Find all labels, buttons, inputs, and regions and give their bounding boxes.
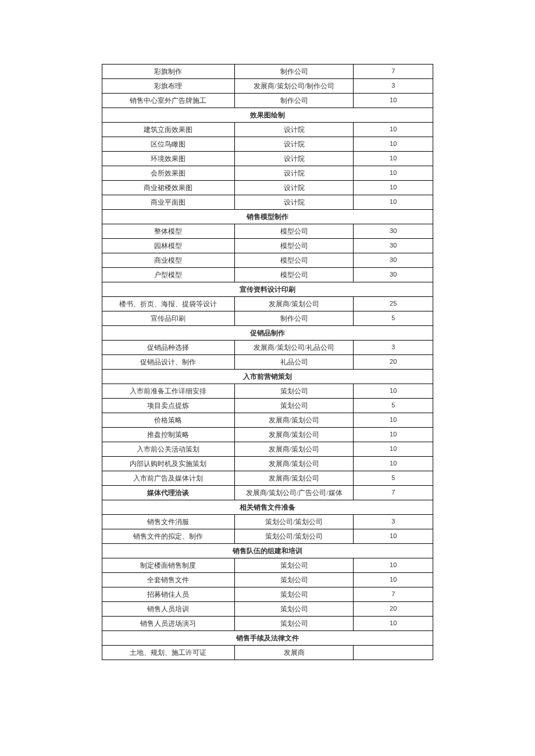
table-row: 销售文件消服策划公司/策划公司3	[102, 515, 433, 529]
task-name-cell: 销售中心室外广告牌施工	[102, 94, 235, 108]
task-name-cell: 商业裙楼效果图	[102, 181, 235, 195]
duration-cell: 10	[354, 123, 433, 137]
task-name-cell: 制定楼面销售制度	[102, 558, 235, 573]
duration-cell: 30	[354, 239, 433, 253]
duration-cell: 10	[354, 152, 433, 166]
table-row: 环境效果图设计院10	[102, 152, 433, 166]
table-row: 销售手续及法律文件	[102, 631, 433, 646]
table-row: 促销品种选择发展商/策划公司/礼品公司3	[102, 341, 433, 355]
duration-cell: 10	[354, 428, 433, 442]
document-page: 彩旗制作制作公司7彩旗布理发展商/策划公司/制作公司3销售中心室外广告牌施工制作…	[0, 0, 535, 730]
duration-cell: 5	[354, 399, 433, 413]
responsible-party-cell: 发展商/策划公司/制作公司	[234, 79, 354, 94]
table-row: 户型模型模型公司30	[102, 268, 433, 282]
task-name-cell: 促销品种选择	[102, 341, 235, 355]
duration-cell: 10	[354, 195, 433, 210]
table-row: 销售中心室外广告牌施工制作公司10	[102, 94, 433, 108]
table-row: 彩旗布理发展商/策划公司/制作公司3	[102, 79, 433, 94]
task-name-cell: 内部认购时机及实施策划	[102, 457, 235, 471]
duration-cell: 10	[354, 558, 433, 573]
section-header-cell: 销售模型制作	[102, 210, 433, 224]
schedule-table: 彩旗制作制作公司7彩旗布理发展商/策划公司/制作公司3销售中心室外广告牌施工制作…	[102, 64, 433, 660]
table-row: 销售文件的拟定、制作策划公司/策划公司10	[102, 529, 433, 544]
duration-cell: 20	[354, 602, 433, 617]
table-row: 会所效果图设计院10	[102, 166, 433, 181]
duration-cell: 25	[354, 297, 433, 311]
table-row: 促销品制作	[102, 326, 433, 341]
responsible-party-cell: 设计院	[234, 195, 354, 210]
responsible-party-cell: 策划公司	[234, 558, 354, 573]
table-row: 项目卖点提炼策划公司5	[102, 399, 433, 413]
responsible-party-cell: 策划公司	[234, 602, 354, 617]
task-name-cell: 入市前准备工作详细安排	[102, 384, 235, 399]
responsible-party-cell: 发展商/策划公司	[234, 457, 354, 471]
duration-cell: 10	[354, 137, 433, 152]
section-header-cell: 入市前营销策划	[102, 370, 433, 384]
duration-cell: 10	[354, 617, 433, 631]
table-row: 销售模型制作	[102, 210, 433, 224]
table-row: 招募销佳人员策划公司7	[102, 587, 433, 602]
table-row: 入市前准备工作详细安排策划公司10	[102, 384, 433, 399]
table-row: 建筑立面效果图设计院10	[102, 123, 433, 137]
table-row: 整体模型模型公司30	[102, 224, 433, 239]
duration-cell: 30	[354, 268, 433, 282]
responsible-party-cell: 制作公司	[234, 94, 354, 108]
duration-cell: 30	[354, 253, 433, 268]
duration-cell: 20	[354, 355, 433, 370]
duration-cell: 7	[354, 587, 433, 602]
task-name-cell: 招募销佳人员	[102, 587, 235, 602]
duration-cell: 10	[354, 442, 433, 457]
task-name-cell: 入市前公关活动策划	[102, 442, 235, 457]
table-row: 宣传品印刷制作公司5	[102, 311, 433, 326]
section-header-cell: 销售手续及法律文件	[102, 631, 433, 646]
table-row: 区位鸟瞰图设计院10	[102, 137, 433, 152]
table-row: 楼书、折页、海报、提袋等设计发展商/策划公司25	[102, 297, 433, 311]
task-name-cell: 商业模型	[102, 253, 235, 268]
duration-cell: 3	[354, 79, 433, 94]
responsible-party-cell: 设计院	[234, 123, 354, 137]
table-row: 土地、规划、施工许可证发展商	[102, 646, 433, 660]
table-row: 全套销售文件策划公司10	[102, 573, 433, 587]
responsible-party-cell: 发展商/策划公司	[234, 428, 354, 442]
responsible-party-cell: 发展商/策划公司/礼品公司	[234, 341, 354, 355]
task-name-cell: 园林模型	[102, 239, 235, 253]
table-row: 销售人员进场演习策划公司10	[102, 617, 433, 631]
responsible-party-cell: 发展商/策划公司	[234, 297, 354, 311]
task-name-cell: 区位鸟瞰图	[102, 137, 235, 152]
task-name-cell: 销售文件的拟定、制作	[102, 529, 235, 544]
section-header-cell: 相关销售文件准备	[102, 500, 433, 515]
duration-cell: 7	[354, 486, 433, 500]
task-name-cell: 销售人员培训	[102, 602, 235, 617]
duration-cell: 7	[354, 65, 433, 79]
responsible-party-cell: 策划公司	[234, 384, 354, 399]
responsible-party-cell: 制作公司	[234, 65, 354, 79]
task-name-cell: 宣传品印刷	[102, 311, 235, 326]
duration-cell: 3	[354, 515, 433, 529]
table-row: 彩旗制作制作公司7	[102, 65, 433, 79]
duration-cell: 3	[354, 341, 433, 355]
responsible-party-cell: 模型公司	[234, 253, 354, 268]
responsible-party-cell: 制作公司	[234, 311, 354, 326]
responsible-party-cell: 策划公司	[234, 573, 354, 587]
responsible-party-cell: 模型公司	[234, 239, 354, 253]
duration-cell: 10	[354, 384, 433, 399]
responsible-party-cell: 策划公司	[234, 587, 354, 602]
task-name-cell: 户型模型	[102, 268, 235, 282]
duration-cell: 5	[354, 471, 433, 486]
section-header-cell: 宣传资料设计印刷	[102, 282, 433, 297]
table-row: 商业平面图设计院10	[102, 195, 433, 210]
responsible-party-cell: 发展商/策划公司	[234, 442, 354, 457]
duration-cell: 10	[354, 413, 433, 428]
responsible-party-cell: 策划公司	[234, 399, 354, 413]
table-row: 制定楼面销售制度策划公司10	[102, 558, 433, 573]
task-name-cell: 彩旗制作	[102, 65, 235, 79]
responsible-party-cell: 设计院	[234, 137, 354, 152]
table-row: 销售队伍的组建和培训	[102, 544, 433, 558]
task-name-cell: 推盘控制策略	[102, 428, 235, 442]
duration-cell: 30	[354, 224, 433, 239]
duration-cell	[354, 646, 433, 660]
table-row: 媒体代理洽谈发展商/策划公司/广告公司/媒体7	[102, 486, 433, 500]
task-name-cell: 销售人员进场演习	[102, 617, 235, 631]
responsible-party-cell: 策划公司	[234, 617, 354, 631]
task-name-cell: 楼书、折页、海报、提袋等设计	[102, 297, 235, 311]
